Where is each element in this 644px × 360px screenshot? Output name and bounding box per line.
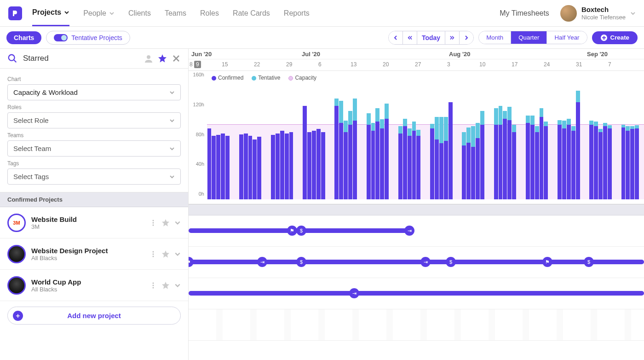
day-label: 24 <box>544 61 550 68</box>
project-row[interactable]: 3MWebsite Build3M <box>0 207 188 238</box>
project-avatar <box>7 245 26 263</box>
month-label: Sep '20 <box>587 51 608 58</box>
milestone-end-icon[interactable]: ⇥ <box>257 257 267 267</box>
logo-icon <box>12 10 19 17</box>
range-quarter[interactable]: Quarter <box>511 31 547 44</box>
more-icon[interactable] <box>150 219 157 226</box>
milestone-end-icon[interactable]: ⇥ <box>420 257 431 267</box>
more-icon[interactable] <box>150 282 157 289</box>
search-input[interactable] <box>23 54 138 63</box>
next-fast-button[interactable] <box>445 31 460 44</box>
day-label: 29 <box>286 61 292 68</box>
svg-point-8 <box>153 255 154 257</box>
day-label: 8 <box>190 61 193 68</box>
bar-column <box>466 128 471 199</box>
bar-column <box>448 102 453 199</box>
nav-rate-cards[interactable]: Rate Cards <box>233 1 270 26</box>
next-page-button[interactable] <box>460 31 473 44</box>
milestone-flag-icon[interactable]: ⚑ <box>189 257 194 267</box>
tags-filter-select[interactable]: Select Tags <box>7 168 181 185</box>
more-icon[interactable] <box>150 250 157 258</box>
bar-column <box>375 108 380 199</box>
range-half-year[interactable]: Half Year <box>547 31 586 44</box>
gantt-row[interactable]: ⚑⇥$⇥$⚑$ <box>189 247 644 278</box>
day-label: 22 <box>254 61 260 68</box>
range-selector: MonthQuarterHalf Year <box>478 31 587 44</box>
clear-search-icon[interactable] <box>172 54 181 63</box>
bar-column <box>225 136 230 199</box>
chevron-down-icon[interactable] <box>174 282 181 289</box>
chart-area: Confirmed Tentative Capacity 0h40h80h120… <box>189 71 644 204</box>
milestone-dollar-icon[interactable]: $ <box>296 257 306 267</box>
bar-column <box>407 128 412 199</box>
bar-column <box>539 108 544 199</box>
milestone-flag-icon[interactable]: ⚑ <box>287 226 297 236</box>
search-row <box>0 49 188 69</box>
milestone-flag-icon[interactable]: ⚑ <box>542 257 552 267</box>
svg-point-2 <box>147 55 150 59</box>
bar-column <box>480 111 484 199</box>
gantt-row[interactable]: ⚑$⇥ <box>189 215 644 247</box>
today-button[interactable]: Today <box>417 31 445 44</box>
milestone-dollar-icon[interactable]: $ <box>584 257 594 267</box>
star-icon[interactable] <box>161 219 170 227</box>
charts-button[interactable]: Charts <box>6 31 41 44</box>
bar-column <box>544 122 548 199</box>
nav-reports[interactable]: Reports <box>284 1 310 26</box>
user-menu[interactable]: Boxtech Nicole Tiefensee <box>560 5 636 22</box>
bar-column <box>316 129 321 199</box>
star-filter-icon[interactable] <box>158 54 167 63</box>
gantt-bar[interactable] <box>189 291 644 296</box>
bar-column <box>239 134 243 199</box>
month-label: Aug '20 <box>449 51 470 58</box>
teams-filter-label: Teams <box>7 132 181 139</box>
prev-page-button[interactable] <box>389 31 403 44</box>
svg-point-5 <box>153 224 154 226</box>
person-filter-icon[interactable] <box>144 54 153 63</box>
nav-roles[interactable]: Roles <box>200 1 219 26</box>
project-row[interactable]: World Cup AppAll Blacks <box>0 270 188 301</box>
timeline-header: Jun '20Jul '20Aug '20Sep '20 89152229613… <box>189 49 644 71</box>
gantt-row[interactable]: ⇥ <box>189 278 644 309</box>
bar-column <box>275 134 280 199</box>
bar-column <box>380 119 385 199</box>
day-label: 3 <box>447 61 450 68</box>
milestone-dollar-icon[interactable]: $ <box>296 226 306 236</box>
chevron-down-icon[interactable] <box>174 220 181 226</box>
chart-filter-select[interactable]: Capacity & Workload <box>7 84 181 100</box>
bar-column <box>270 135 275 199</box>
nav-clients[interactable]: Clients <box>128 1 151 26</box>
milestone-end-icon[interactable]: ⇥ <box>349 288 359 298</box>
plus-circle-icon <box>600 34 608 41</box>
svg-point-6 <box>153 251 154 252</box>
toggle-switch[interactable] <box>54 34 68 41</box>
tentative-toggle[interactable]: Tentative Projects <box>46 31 130 45</box>
chevron-down-icon <box>64 10 69 15</box>
app-logo[interactable] <box>8 6 22 20</box>
star-icon[interactable] <box>161 281 170 290</box>
nav-projects[interactable]: Projects <box>32 0 69 26</box>
teams-filter-select[interactable]: Select Team <box>7 140 181 157</box>
day-label: 10 <box>479 61 485 68</box>
bar-column <box>243 134 248 199</box>
range-month[interactable]: Month <box>479 31 511 44</box>
nav-people[interactable]: People <box>83 1 115 26</box>
nav-teams[interactable]: Teams <box>165 1 186 26</box>
day-label: 15 <box>222 61 228 68</box>
prev-fast-button[interactable] <box>403 31 417 44</box>
user-name: Nicole Tiefensee <box>581 14 626 21</box>
day-label: 6 <box>318 61 322 68</box>
my-timesheets-link[interactable]: My Timesheets <box>500 9 549 17</box>
milestone-dollar-icon[interactable]: $ <box>446 257 456 267</box>
add-project-button[interactable]: + Add new project <box>7 307 181 325</box>
chevron-down-icon[interactable] <box>174 251 181 257</box>
create-button[interactable]: Create <box>592 31 638 44</box>
project-avatar <box>7 276 26 295</box>
roles-filter-select[interactable]: Select Role <box>7 112 181 128</box>
project-row[interactable]: Website Design ProjectAll Blacks <box>0 238 188 270</box>
bar-column <box>621 125 626 200</box>
milestone-end-icon[interactable]: ⇥ <box>404 226 414 236</box>
y-tick: 120h <box>193 102 204 107</box>
star-icon[interactable] <box>161 250 170 258</box>
bar-column <box>443 117 448 199</box>
